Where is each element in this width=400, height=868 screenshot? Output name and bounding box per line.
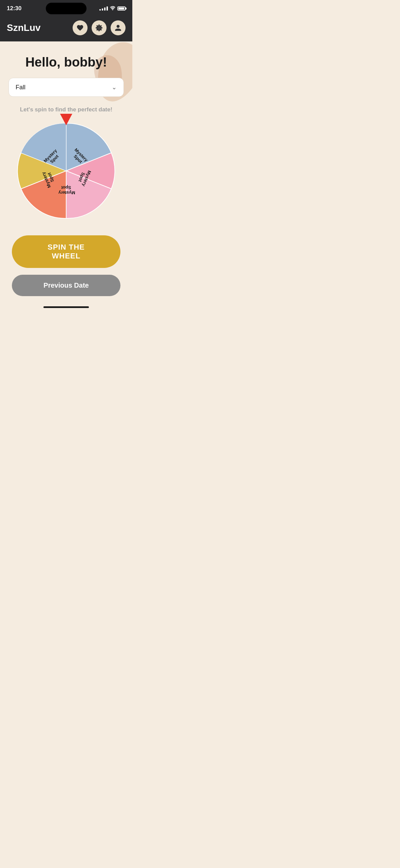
spin-wheel[interactable]: Mystery Spot Mystery Spot Mystery Spot M…	[15, 120, 117, 222]
header-nav: SznLuv	[0, 17, 132, 41]
season-dropdown[interactable]: Fall ⌄	[8, 78, 124, 97]
profile-button[interactable]	[111, 20, 126, 35]
profile-icon	[114, 24, 122, 32]
dynamic-island	[46, 3, 87, 14]
heart-icon	[76, 24, 84, 32]
status-time: 12:30	[7, 5, 21, 12]
svg-point-0	[98, 27, 100, 29]
wheel-svg: Mystery Spot Mystery Spot Mystery Spot M…	[15, 120, 117, 222]
home-indicator	[43, 306, 89, 308]
flower-icon	[95, 24, 103, 32]
nav-icons	[73, 20, 126, 35]
status-bar: 12:30	[0, 0, 132, 17]
seasons-button[interactable]	[92, 20, 107, 35]
battery-icon	[117, 6, 126, 11]
main-content: Hello, bobby! Fall ⌄ Let's spin to find …	[0, 41, 132, 321]
chevron-down-icon: ⌄	[112, 84, 117, 91]
wheel-pointer	[60, 114, 72, 125]
greeting-text: Hello, bobby!	[25, 55, 107, 70]
signal-icon	[99, 6, 108, 11]
previous-date-button[interactable]: Previous Date	[12, 275, 120, 296]
season-value: Fall	[16, 84, 25, 91]
status-icons	[99, 6, 126, 11]
wifi-icon	[110, 6, 115, 11]
spin-prompt: Let's spin to find the perfect date!	[20, 106, 112, 113]
app-title: SznLuv	[7, 22, 41, 33]
favorites-button[interactable]	[73, 20, 88, 35]
spin-button[interactable]: SPIN THE WHEEL	[12, 235, 120, 268]
